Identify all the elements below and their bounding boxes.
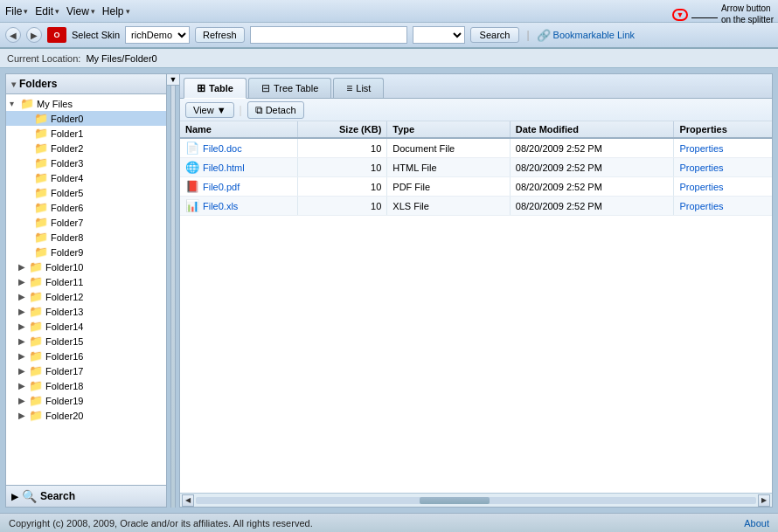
location-value: My Files/Folder0 xyxy=(86,53,156,64)
annotation-circle: ▼ xyxy=(672,9,688,21)
tree-toggle-folder19[interactable]: ▶ xyxy=(18,396,29,405)
folder-icon-folder20: 📁 xyxy=(29,409,43,422)
tree-toggle-folder14[interactable]: ▶ xyxy=(18,321,29,331)
search-button[interactable]: Search xyxy=(470,27,520,43)
file-properties-link[interactable]: Properties xyxy=(674,138,772,158)
horizontal-scrollbar[interactable]: ◀ ▶ xyxy=(180,493,772,507)
tree-item-folder17[interactable]: ▶ 📁 Folder17 xyxy=(6,363,166,378)
right-panel: ⊞ Table ⊟ Tree Table ≡ List View ▼ | ⧉ D… xyxy=(179,73,773,508)
tree-item-folder4[interactable]: 📁 Folder4 xyxy=(6,170,166,185)
skin-select[interactable]: richDemo Classic xyxy=(125,26,190,44)
detach-button[interactable]: ⧉ Detach xyxy=(247,101,304,119)
tree-toggle-folder12[interactable]: ▶ xyxy=(18,292,29,301)
folder-icon-folder18: 📁 xyxy=(29,379,43,392)
tree-toggle-folder13[interactable]: ▶ xyxy=(18,307,29,316)
expand-icon: ▶ xyxy=(11,492,18,501)
tree-item-folder1[interactable]: 📁 Folder1 xyxy=(6,126,166,141)
location-bar: Current Location: My Files/Folder0 xyxy=(0,49,778,68)
tree-item-folder16[interactable]: ▶ 📁 Folder16 xyxy=(6,349,166,363)
scroll-right-arrow[interactable]: ▶ xyxy=(758,494,770,507)
tree-label-folder5: Folder5 xyxy=(51,188,83,198)
bookmark-link[interactable]: 🔗 Bookmarkable Link xyxy=(537,29,636,42)
tree-label-folder11: Folder11 xyxy=(45,277,83,287)
tree-item-folder0[interactable]: 📁 Folder0 xyxy=(6,111,166,126)
nav-back-button[interactable]: ◀ xyxy=(5,27,21,43)
tree-toggle-folder18[interactable]: ▶ xyxy=(18,381,29,390)
folder-icon-folder6: 📁 xyxy=(34,201,48,214)
file-name[interactable]: File0.html xyxy=(203,162,245,173)
folder-icon-folder15: 📁 xyxy=(29,335,43,348)
tree-item-folder20[interactable]: ▶ 📁 Folder20 xyxy=(6,408,166,423)
tree-item-folder7[interactable]: 📁 Folder7 xyxy=(6,215,166,230)
file-toolbar: View ▼ | ⧉ Detach xyxy=(180,99,772,121)
tree-item-my-files[interactable]: ▾ 📁 My Files xyxy=(6,96,166,111)
tree-item-folder10[interactable]: ▶ 📁 Folder10 xyxy=(6,259,166,274)
search-input[interactable] xyxy=(250,26,407,44)
menu-edit-arrow: ▾ xyxy=(55,7,59,16)
col-header-date[interactable]: Date Modified xyxy=(510,121,674,138)
tree-item-folder19[interactable]: ▶ 📁 Folder19 xyxy=(6,393,166,408)
tree-label-my-files: My Files xyxy=(37,99,73,109)
col-header-properties[interactable]: Properties xyxy=(674,121,772,138)
file-name[interactable]: File0.doc xyxy=(203,143,242,154)
about-link[interactable]: About xyxy=(744,518,769,529)
tree-item-folder11[interactable]: ▶ 📁 Folder11 xyxy=(6,274,166,289)
splitter-arrow-button[interactable]: ▼ xyxy=(166,73,180,86)
tree-item-folder14[interactable]: ▶ 📁 Folder14 xyxy=(6,319,166,334)
tree-item-folder15[interactable]: ▶ 📁 Folder15 xyxy=(6,334,166,349)
menu-help[interactable]: Help ▾ xyxy=(102,5,130,17)
tree-toggle-folder16[interactable]: ▶ xyxy=(18,351,29,361)
tree-toggle-folder17[interactable]: ▶ xyxy=(18,366,29,376)
col-header-type[interactable]: Type xyxy=(387,121,510,138)
view-button[interactable]: View ▼ xyxy=(185,102,234,118)
tab-list[interactable]: ≡ List xyxy=(333,78,384,98)
tree-item-folder2[interactable]: 📁 Folder2 xyxy=(6,141,166,155)
tree-item-folder3[interactable]: 📁 Folder3 xyxy=(6,155,166,170)
search-type-select[interactable] xyxy=(413,26,465,44)
col-header-name[interactable]: Name xyxy=(180,121,297,138)
menu-edit[interactable]: Edit ▾ xyxy=(35,5,59,17)
tab-tree-table[interactable]: ⊟ Tree Table xyxy=(248,78,331,98)
panel-splitter[interactable]: ▼ xyxy=(170,73,176,508)
collapse-icon[interactable]: ▾ xyxy=(11,79,16,89)
tree-item-folder12[interactable]: ▶ 📁 Folder12 xyxy=(6,289,166,304)
tab-table-label: Table xyxy=(209,83,233,93)
file-icon-pdf: 📕 xyxy=(185,180,199,193)
tree-label-folder2: Folder2 xyxy=(51,143,83,154)
tree-item-folder8[interactable]: 📁 Folder8 xyxy=(6,230,166,245)
file-name[interactable]: File0.xls xyxy=(203,201,238,211)
file-icon-xls: 📊 xyxy=(185,199,199,212)
toolbar: ◀ ▶ O Select Skin richDemo Classic Refre… xyxy=(0,23,778,49)
scroll-left-arrow[interactable]: ◀ xyxy=(182,494,194,507)
refresh-button[interactable]: Refresh xyxy=(195,27,245,43)
file-name[interactable]: File0.pdf xyxy=(203,182,240,192)
file-size: 10 xyxy=(297,138,387,158)
folder-icon-folder4: 📁 xyxy=(34,171,48,184)
tree-toggle-folder15[interactable]: ▶ xyxy=(18,336,29,346)
tab-list-label: List xyxy=(356,83,371,93)
tree-label-folder15: Folder15 xyxy=(45,336,83,347)
scroll-thumb[interactable] xyxy=(420,497,490,504)
col-header-size[interactable]: Size (KB) xyxy=(297,121,387,138)
detach-button-label: Detach xyxy=(266,105,296,115)
tree-item-folder5[interactable]: 📁 Folder5 xyxy=(6,185,166,200)
scroll-track[interactable] xyxy=(196,497,756,504)
tree-toggle-folder11[interactable]: ▶ xyxy=(18,277,29,287)
tree-item-folder6[interactable]: 📁 Folder6 xyxy=(6,200,166,215)
menu-file[interactable]: File ▾ xyxy=(5,5,28,17)
file-properties-link[interactable]: Properties xyxy=(674,177,772,197)
tree-toggle-folder10[interactable]: ▶ xyxy=(18,262,29,272)
menu-view[interactable]: View ▾ xyxy=(66,5,95,17)
file-properties-link[interactable]: Properties xyxy=(674,158,772,177)
search-panel-footer[interactable]: ▶ 🔍 Search xyxy=(6,485,166,507)
tree-toggle-my-files[interactable]: ▾ xyxy=(10,99,20,108)
file-icon-html: 🌐 xyxy=(185,161,199,174)
tree-toggle-folder20[interactable]: ▶ xyxy=(18,411,29,420)
tab-table[interactable]: ⊞ Table xyxy=(184,78,247,99)
folder-icon-folder8: 📁 xyxy=(34,231,48,244)
file-properties-link[interactable]: Properties xyxy=(674,197,772,216)
tree-item-folder9[interactable]: 📁 Folder9 xyxy=(6,245,166,259)
nav-forward-button[interactable]: ▶ xyxy=(26,27,42,43)
tree-item-folder18[interactable]: ▶ 📁 Folder18 xyxy=(6,378,166,393)
tree-item-folder13[interactable]: ▶ 📁 Folder13 xyxy=(6,304,166,319)
